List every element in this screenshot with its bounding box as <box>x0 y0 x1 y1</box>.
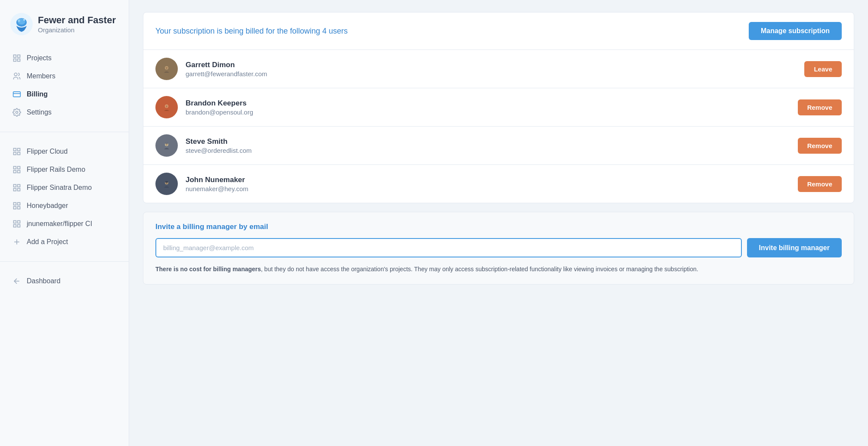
svg-rect-6 <box>18 55 20 58</box>
manage-subscription-button[interactable]: Manage subscription <box>749 22 842 40</box>
subscription-card: Your subscription is being billed for th… <box>143 12 854 203</box>
nav-item-members[interactable]: Members <box>0 67 129 85</box>
gear-icon <box>12 108 22 117</box>
invite-title: Invite a billing manager by email <box>155 223 842 231</box>
dashboard-label: Dashboard <box>27 277 60 285</box>
subscription-header: Your subscription is being billed for th… <box>143 12 854 50</box>
sidebar: Fewer and Faster Organization Projects M… <box>0 0 129 446</box>
add-project-button[interactable]: Add a Project <box>0 233 129 251</box>
main-content: Your subscription is being billed for th… <box>129 0 868 446</box>
project-label-2: Flipper Rails Demo <box>27 166 85 173</box>
nav-item-billing[interactable]: Billing <box>0 85 129 103</box>
svg-rect-7 <box>14 59 16 62</box>
svg-rect-8 <box>18 59 20 62</box>
invite-note-bold: There is no cost for billing managers <box>155 266 261 273</box>
user-row-garrett: Garrett Dimon garrett@fewerandfaster.com… <box>143 50 854 88</box>
sidebar-divider-2 <box>0 261 129 262</box>
project-icon-2 <box>12 165 22 174</box>
nav-members-label: Members <box>27 72 56 80</box>
user-name-steve: Steve Smith <box>186 137 798 146</box>
svg-rect-18 <box>18 167 20 169</box>
svg-rect-51 <box>165 143 168 144</box>
user-row-steve: Steve Smith steve@orderedlist.com Remove <box>143 127 854 165</box>
svg-point-45 <box>167 105 167 106</box>
user-info-john: John Nunemaker nunemaker@hey.com <box>186 176 798 192</box>
svg-rect-19 <box>14 170 16 173</box>
svg-point-3 <box>18 19 20 22</box>
svg-rect-31 <box>14 225 16 227</box>
svg-rect-16 <box>18 152 20 155</box>
svg-rect-17 <box>14 167 16 169</box>
svg-rect-14 <box>18 149 20 151</box>
back-arrow-icon <box>12 276 22 286</box>
invite-billing-manager-button[interactable]: Invite billing manager <box>747 238 842 257</box>
project-label-1: Flipper Cloud <box>27 148 68 155</box>
org-title-block: Fewer and Faster Organization <box>38 15 116 33</box>
project-label-5: jnunemaker/flipper CI <box>27 220 92 228</box>
avatar-brandon <box>155 96 178 118</box>
svg-rect-20 <box>18 170 20 173</box>
svg-rect-24 <box>18 189 20 191</box>
invite-card: Invite a billing manager by email Invite… <box>143 212 854 285</box>
invite-form: Invite billing manager <box>155 238 842 257</box>
nav-billing-label: Billing <box>27 90 48 98</box>
user-row-brandon: Brandon Keepers brandon@opensoul.org Rem… <box>143 88 854 127</box>
nav-item-settings[interactable]: Settings <box>0 103 129 121</box>
svg-point-40 <box>167 67 167 68</box>
project-icon-1 <box>12 147 22 156</box>
svg-rect-5 <box>14 55 16 58</box>
remove-button-john[interactable]: Remove <box>798 176 842 192</box>
svg-point-4 <box>23 19 25 21</box>
sidebar-item-flipper-sinatra[interactable]: Flipper Sinatra Demo <box>0 179 129 197</box>
user-info-brandon: Brandon Keepers brandon@opensoul.org <box>186 99 798 116</box>
user-email-brandon: brandon@opensoul.org <box>186 108 798 116</box>
projects-section: Flipper Cloud Flipper Rails Demo Flipper… <box>0 139 129 254</box>
svg-rect-32 <box>18 225 20 227</box>
subscription-title: Your subscription is being billed for th… <box>155 27 348 36</box>
org-logo-area: Fewer and Faster Organization <box>0 9 129 46</box>
leave-button-garrett[interactable]: Leave <box>804 61 842 77</box>
sidebar-item-jnunemaker[interactable]: jnunemaker/flipper CI <box>0 215 129 233</box>
nav-item-projects[interactable]: Projects <box>0 49 129 67</box>
dashboard-link[interactable]: Dashboard <box>0 272 129 290</box>
svg-rect-21 <box>14 185 16 187</box>
invite-note-rest: , but they do not have access the organi… <box>261 266 698 273</box>
org-logo-icon <box>10 13 33 35</box>
main-nav: Projects Members Billing <box>0 46 129 125</box>
svg-rect-29 <box>14 221 16 223</box>
project-icon-4 <box>12 201 22 211</box>
remove-button-steve[interactable]: Remove <box>798 138 842 154</box>
svg-point-43 <box>165 105 167 108</box>
sidebar-item-flipper-rails[interactable]: Flipper Rails Demo <box>0 161 129 179</box>
svg-rect-13 <box>14 149 16 151</box>
project-icon-3 <box>12 183 22 192</box>
invite-note: There is no cost for billing managers, b… <box>155 264 842 274</box>
user-email-garrett: garrett@fewerandfaster.com <box>186 70 804 77</box>
svg-rect-10 <box>13 92 21 97</box>
svg-point-39 <box>166 67 166 68</box>
add-project-label: Add a Project <box>27 238 68 246</box>
svg-rect-23 <box>14 189 16 191</box>
sidebar-item-honeybadger[interactable]: Honeybadger <box>0 197 129 215</box>
avatar-garrett <box>155 58 178 80</box>
svg-rect-28 <box>18 207 20 209</box>
svg-point-50 <box>167 144 167 144</box>
svg-rect-15 <box>14 152 16 155</box>
project-icon-5 <box>12 219 22 229</box>
svg-rect-26 <box>18 203 20 205</box>
card-icon <box>12 90 22 99</box>
user-email-steve: steve@orderedlist.com <box>186 147 798 154</box>
invite-email-input[interactable] <box>155 238 742 257</box>
svg-point-12 <box>16 111 18 114</box>
project-label-4: Honeybadger <box>27 202 68 210</box>
user-info-steve: Steve Smith steve@orderedlist.com <box>186 137 798 154</box>
org-name: Fewer and Faster <box>38 15 116 26</box>
project-label-3: Flipper Sinatra Demo <box>27 184 92 192</box>
svg-rect-27 <box>14 207 16 209</box>
remove-button-brandon[interactable]: Remove <box>798 99 842 115</box>
user-info-garrett: Garrett Dimon garrett@fewerandfaster.com <box>186 61 804 77</box>
svg-point-38 <box>165 67 167 69</box>
sidebar-item-flipper-cloud[interactable]: Flipper Cloud <box>0 142 129 161</box>
svg-rect-22 <box>18 185 20 187</box>
svg-point-57 <box>165 181 168 183</box>
